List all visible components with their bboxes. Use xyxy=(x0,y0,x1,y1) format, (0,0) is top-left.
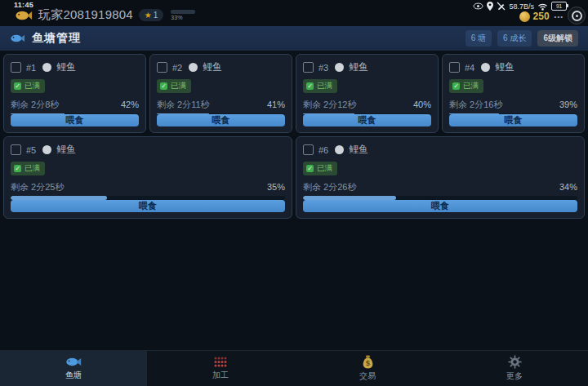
star-icon: ★ xyxy=(145,11,152,20)
coin-counter: 250 ••• xyxy=(519,11,564,22)
pond-card-title: #2 鲤鱼 xyxy=(157,60,285,74)
tab-label: 鱼塘 xyxy=(65,370,82,381)
tab-more[interactable]: 更多 xyxy=(441,351,588,386)
pond-card: #2 鲤鱼 ✓ 已满 剩余 2分11秒 41% 喂食 xyxy=(149,54,292,133)
check-icon: ✓ xyxy=(452,82,460,90)
fish-avatar-icon xyxy=(335,63,344,72)
check-icon: ✓ xyxy=(306,82,314,90)
page-header: 鱼塘管理 6 塘 6 成长 6级解锁 xyxy=(0,26,588,51)
tab-trade[interactable]: $ 交易 xyxy=(294,351,441,386)
status-badge: ✓ 已满 xyxy=(11,162,45,175)
pond-id: #5 xyxy=(26,145,36,155)
battery-level: 91 xyxy=(556,3,562,9)
fish-name: 鲤鱼 xyxy=(56,143,76,157)
remaining-time: 剩余 2分8秒 xyxy=(11,99,59,111)
header-badges: 6 塘 6 成长 6级解锁 xyxy=(466,30,578,47)
record-ring-icon xyxy=(572,11,582,21)
pond-checkbox[interactable] xyxy=(449,62,460,73)
player-name: 玩家2081919804 xyxy=(38,7,133,23)
status-badge: ✓ 已满 xyxy=(303,162,337,175)
status-badge: ✓ 已满 xyxy=(11,79,45,93)
status-badge: ✓ 已满 xyxy=(157,79,191,93)
fish-avatar-icon xyxy=(335,145,344,154)
feed-button[interactable]: 喂食 xyxy=(303,114,431,126)
xp-progress-bar xyxy=(171,10,195,14)
progress-percent: 42% xyxy=(121,100,139,109)
remaining-time: 剩余 2分11秒 xyxy=(157,99,210,111)
bottom-nav: 鱼塘 加工 $ 交易 xyxy=(0,350,588,386)
pond-card: #1 鲤鱼 ✓ 已满 剩余 2分8秒 42% 喂食 xyxy=(3,54,146,133)
location-icon xyxy=(487,2,493,11)
pond-card-title: #4 鲤鱼 xyxy=(449,60,577,74)
pond-card: #6 鲤鱼 ✓ 已满 剩余 2分26秒 34% 喂食 xyxy=(296,136,585,219)
feed-button[interactable]: 喂食 xyxy=(11,114,139,126)
pond-checkbox[interactable] xyxy=(157,62,167,73)
tab-label: 加工 xyxy=(212,370,229,381)
fish-name: 鲤鱼 xyxy=(56,60,76,74)
status-badge: ✓ 已满 xyxy=(449,79,483,93)
pond-checkbox[interactable] xyxy=(303,144,314,155)
progress-percent: 40% xyxy=(413,100,431,109)
tab-label: 交易 xyxy=(359,370,376,382)
floating-record-button[interactable] xyxy=(568,7,586,24)
pond-id: #2 xyxy=(172,63,182,73)
pond-grid: #1 鲤鱼 ✓ 已满 剩余 2分8秒 42% 喂食 #2 鲤鱼 xyxy=(3,54,585,219)
pond-checkbox[interactable] xyxy=(303,62,314,73)
tab-processing[interactable]: 加工 xyxy=(147,351,294,386)
machine-icon xyxy=(212,356,229,368)
tab-fish-pond[interactable]: 鱼塘 xyxy=(0,351,147,386)
gear-icon xyxy=(508,355,522,369)
check-icon: ✓ xyxy=(306,165,314,172)
status-label: 已满 xyxy=(317,81,332,91)
fish-icon xyxy=(65,356,82,368)
money-bag-icon: $ xyxy=(362,355,374,369)
main-content: #1 鲤鱼 ✓ 已满 剩余 2分8秒 42% 喂食 #2 鲤鱼 xyxy=(0,51,588,351)
growing-count-badge: 6 成长 xyxy=(497,30,532,47)
player-info: 玩家2081919804 ★ 1 33% xyxy=(15,7,195,23)
fish-avatar-icon xyxy=(42,63,51,72)
time-row: 剩余 2分12秒 40% xyxy=(303,99,431,111)
remaining-time: 剩余 2分12秒 xyxy=(303,99,356,111)
feed-button[interactable]: 喂食 xyxy=(449,114,577,126)
status-badge: ✓ 已满 xyxy=(303,79,337,93)
player-level-badge: ★ 1 xyxy=(139,9,164,21)
pond-id: #1 xyxy=(26,63,36,73)
pond-id: #4 xyxy=(465,63,474,73)
progress-percent: 34% xyxy=(559,182,577,192)
fish-icon xyxy=(10,33,25,44)
ponds-count-badge: 6 塘 xyxy=(466,30,492,47)
remaining-time: 剩余 2分25秒 xyxy=(11,181,64,193)
feed-button[interactable]: 喂食 xyxy=(157,114,285,126)
fish-name: 鲤鱼 xyxy=(495,60,514,74)
time-row: 剩余 2分8秒 42% xyxy=(11,99,139,111)
time-row: 剩余 2分26秒 34% xyxy=(303,181,577,193)
eye-icon xyxy=(473,2,483,10)
feed-button[interactable]: 喂食 xyxy=(11,200,285,212)
wifi-icon xyxy=(537,2,548,11)
svg-text:$: $ xyxy=(365,359,370,367)
overflow-dots-icon[interactable]: ••• xyxy=(555,13,564,20)
feed-button[interactable]: 喂食 xyxy=(303,200,577,212)
player-xp: 33% xyxy=(171,10,195,20)
time-row: 剩余 2分16秒 39% xyxy=(449,99,577,111)
pond-card-title: #5 鲤鱼 xyxy=(11,143,285,157)
fish-avatar-icon xyxy=(189,63,198,72)
player-level: 1 xyxy=(154,11,158,20)
battery-icon: 91 xyxy=(551,2,567,11)
pond-card: #4 鲤鱼 ✓ 已满 剩余 2分16秒 39% 喂食 xyxy=(442,54,585,133)
page-title: 鱼塘管理 xyxy=(32,31,81,46)
unlock-level-button[interactable]: 6级解锁 xyxy=(537,30,578,47)
coin-amount: 250 xyxy=(533,11,550,22)
pen-off-icon xyxy=(497,2,506,11)
player-avatar-fish-icon xyxy=(15,8,33,23)
network-speed: 58.7B/s xyxy=(509,2,534,11)
fish-avatar-icon xyxy=(481,63,490,72)
xp-percent-label: 33% xyxy=(171,15,195,20)
fish-name: 鲤鱼 xyxy=(203,60,222,74)
pond-checkbox[interactable] xyxy=(11,144,21,155)
pond-checkbox[interactable] xyxy=(11,62,21,73)
tab-label: 更多 xyxy=(506,370,523,382)
check-icon: ✓ xyxy=(160,82,167,90)
check-icon: ✓ xyxy=(14,82,21,90)
pond-card: #3 鲤鱼 ✓ 已满 剩余 2分12秒 40% 喂食 xyxy=(296,54,439,133)
